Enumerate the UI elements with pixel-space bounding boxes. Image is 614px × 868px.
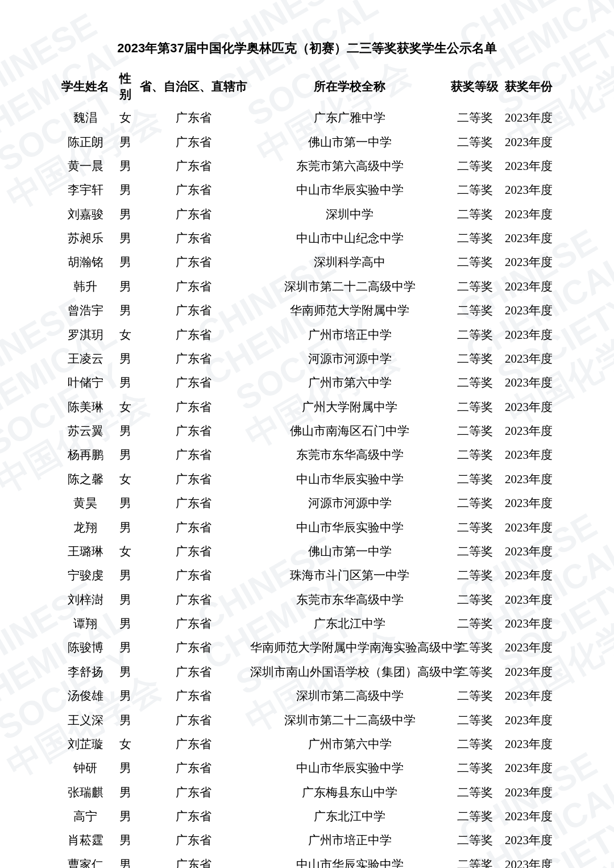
cell-school: 广东北江中学 <box>250 804 449 828</box>
cell-year: 2023年度 <box>500 371 557 394</box>
table-row: 李舒扬男广东省深圳市南山外国语学校（集团）高级中学二等奖2023年度 <box>57 660 557 684</box>
cell-province: 广东省 <box>136 443 250 467</box>
cell-school: 广东北江中学 <box>250 612 449 636</box>
cell-level: 二等奖 <box>449 395 500 419</box>
table-row: 陈骏博男广东省华南师范大学附属中学南海实验高级中学二等奖2023年度 <box>57 636 557 659</box>
table-row: 魏淐女广东省广东广雅中学二等奖2023年度 <box>57 106 557 130</box>
cell-gender: 女 <box>114 395 136 419</box>
cell-name: 宁骏虔 <box>57 563 114 587</box>
cell-level: 二等奖 <box>449 804 500 828</box>
cell-name: 王璐琳 <box>57 539 114 563</box>
cell-province: 广东省 <box>136 371 250 394</box>
cell-level: 二等奖 <box>449 250 500 274</box>
table-row: 钟研男广东省中山市华辰实验中学二等奖2023年度 <box>57 756 557 780</box>
cell-province: 广东省 <box>136 395 250 419</box>
cell-school: 广州市第六中学 <box>250 732 449 756</box>
table-row: 刘嘉骏男广东省深圳中学二等奖2023年度 <box>57 202 557 226</box>
cell-level: 二等奖 <box>449 347 500 371</box>
table-row: 韩升男广东省深圳市第二十二高级中学二等奖2023年度 <box>57 275 557 298</box>
cell-name: 龙翔 <box>57 515 114 539</box>
cell-year: 2023年度 <box>500 660 557 684</box>
cell-name: 陈骏博 <box>57 636 114 659</box>
table-row: 陈正朗男广东省佛山市第一中学二等奖2023年度 <box>57 130 557 153</box>
cell-gender: 男 <box>114 563 136 587</box>
cell-year: 2023年度 <box>500 467 557 491</box>
cell-school: 广州市第六中学 <box>250 371 449 394</box>
cell-school: 中山市华辰实验中学 <box>250 756 449 780</box>
table-row: 曹家仁男广东省中山市华辰实验中学二等奖2023年度 <box>57 853 557 868</box>
cell-school: 广东梅县东山中学 <box>250 780 449 804</box>
cell-school: 广州市培正中学 <box>250 322 449 346</box>
cell-gender: 男 <box>114 347 136 371</box>
cell-level: 二等奖 <box>449 588 500 612</box>
cell-level: 二等奖 <box>449 780 500 804</box>
cell-year: 2023年度 <box>500 202 557 226</box>
table-row: 胡瀚铭男广东省深圳科学高中二等奖2023年度 <box>57 250 557 274</box>
cell-school: 中山市中山纪念中学 <box>250 226 449 250</box>
cell-name: 陈之馨 <box>57 467 114 491</box>
table-row: 苏云翼男广东省佛山市南海区石门中学二等奖2023年度 <box>57 419 557 443</box>
cell-level: 二等奖 <box>449 756 500 780</box>
cell-name: 韩升 <box>57 275 114 298</box>
cell-school: 东莞市第六高级中学 <box>250 154 449 178</box>
header-year: 获奖年份 <box>500 67 557 106</box>
table-row: 王义深男广东省深圳市第二十二高级中学二等奖2023年度 <box>57 708 557 732</box>
table-row: 高宁男广东省广东北江中学二等奖2023年度 <box>57 804 557 828</box>
cell-gender: 男 <box>114 515 136 539</box>
cell-province: 广东省 <box>136 539 250 563</box>
table-row: 汤俊雄男广东省深圳市第二高级中学二等奖2023年度 <box>57 684 557 708</box>
cell-province: 广东省 <box>136 467 250 491</box>
cell-school: 佛山市第一中学 <box>250 539 449 563</box>
cell-province: 广东省 <box>136 684 250 708</box>
cell-year: 2023年度 <box>500 322 557 346</box>
table-row: 谭翔男广东省广东北江中学二等奖2023年度 <box>57 612 557 636</box>
cell-gender: 男 <box>114 154 136 178</box>
cell-level: 二等奖 <box>449 226 500 250</box>
cell-gender: 男 <box>114 780 136 804</box>
cell-name: 陈正朗 <box>57 130 114 153</box>
cell-level: 二等奖 <box>449 636 500 659</box>
cell-gender: 男 <box>114 756 136 780</box>
cell-level: 二等奖 <box>449 708 500 732</box>
cell-school: 东莞市东华高级中学 <box>250 588 449 612</box>
cell-school: 广州大学附属中学 <box>250 395 449 419</box>
cell-province: 广东省 <box>136 732 250 756</box>
table-row: 肖菘霆男广东省广州市培正中学二等奖2023年度 <box>57 828 557 852</box>
awards-table: 学生姓名 性别 省、自治区、直辖市 所在学校全称 获奖等级 获奖年份 魏淐女广东… <box>57 67 557 868</box>
cell-year: 2023年度 <box>500 636 557 659</box>
cell-name: 黄一晨 <box>57 154 114 178</box>
cell-year: 2023年度 <box>500 178 557 202</box>
cell-level: 二等奖 <box>449 612 500 636</box>
cell-year: 2023年度 <box>500 612 557 636</box>
cell-year: 2023年度 <box>500 539 557 563</box>
cell-level: 二等奖 <box>449 154 500 178</box>
cell-year: 2023年度 <box>500 684 557 708</box>
table-row: 黄一晨男广东省东莞市第六高级中学二等奖2023年度 <box>57 154 557 178</box>
cell-school: 深圳科学高中 <box>250 250 449 274</box>
cell-school: 深圳市第二十二高级中学 <box>250 275 449 298</box>
cell-level: 二等奖 <box>449 732 500 756</box>
cell-level: 二等奖 <box>449 684 500 708</box>
cell-school: 深圳市第二十二高级中学 <box>250 708 449 732</box>
table-row: 张瑞麒男广东省广东梅县东山中学二等奖2023年度 <box>57 780 557 804</box>
table-row: 刘芷璇女广东省广州市第六中学二等奖2023年度 <box>57 732 557 756</box>
cell-province: 广东省 <box>136 660 250 684</box>
cell-province: 广东省 <box>136 563 250 587</box>
table-row: 陈之馨女广东省中山市华辰实验中学二等奖2023年度 <box>57 467 557 491</box>
cell-level: 二等奖 <box>449 660 500 684</box>
cell-gender: 女 <box>114 539 136 563</box>
cell-province: 广东省 <box>136 612 250 636</box>
cell-year: 2023年度 <box>500 298 557 322</box>
cell-province: 广东省 <box>136 106 250 130</box>
cell-school: 华南师范大学附属中学南海实验高级中学 <box>250 636 449 659</box>
cell-name: 谭翔 <box>57 612 114 636</box>
cell-year: 2023年度 <box>500 780 557 804</box>
cell-level: 二等奖 <box>449 491 500 515</box>
cell-name: 刘芷璇 <box>57 732 114 756</box>
cell-year: 2023年度 <box>500 106 557 130</box>
cell-name: 李舒扬 <box>57 660 114 684</box>
cell-year: 2023年度 <box>500 250 557 274</box>
cell-gender: 男 <box>114 298 136 322</box>
cell-gender: 男 <box>114 853 136 868</box>
cell-year: 2023年度 <box>500 756 557 780</box>
